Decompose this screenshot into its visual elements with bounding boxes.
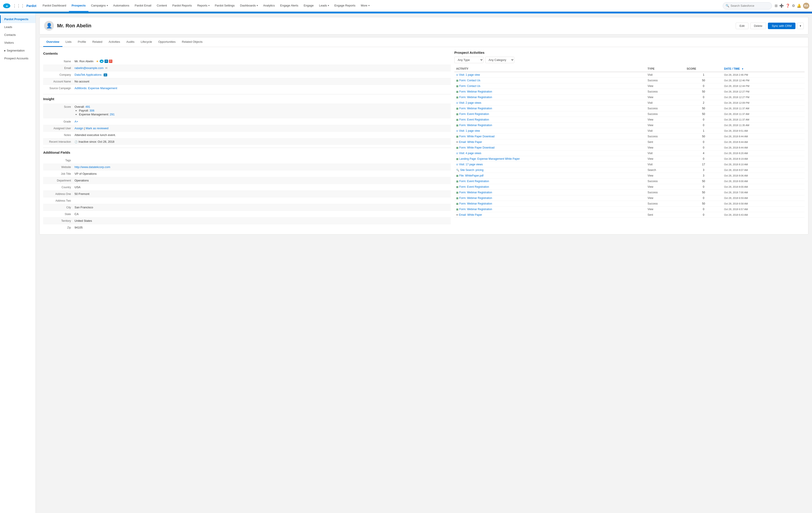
tab-related-objects[interactable]: Related Objects bbox=[179, 37, 206, 47]
nav-item-engage[interactable]: Engage bbox=[301, 0, 317, 12]
nav-item-dashboards[interactable]: Dashboards ▾ bbox=[237, 0, 261, 12]
activity-link[interactable]: Form: Event Registration bbox=[459, 118, 489, 121]
sidebar-item-visitors[interactable]: Visitors bbox=[0, 39, 36, 47]
addl-label-8: State bbox=[43, 212, 75, 216]
company-link[interactable]: DataTek Applications bbox=[75, 73, 102, 76]
addl-value-7: San Francisco bbox=[75, 206, 451, 209]
nav-item-prospects[interactable]: Prospects bbox=[69, 0, 88, 12]
sidebar-item-leads[interactable]: Leads bbox=[0, 23, 36, 31]
activity-link[interactable]: Visit: 17 page views bbox=[459, 163, 483, 166]
activity-link[interactable]: Form: Event Registration bbox=[459, 180, 489, 183]
sync-crm-dropdown[interactable]: ▾ bbox=[797, 23, 804, 29]
activity-link[interactable]: Landing Page: Expense Management White P… bbox=[459, 157, 520, 160]
activity-link[interactable]: Form: Webinar Registration bbox=[459, 124, 492, 127]
nav-item-more[interactable]: More ▾ bbox=[358, 0, 372, 12]
delete-button[interactable]: Delete bbox=[750, 23, 766, 29]
activity-row: ▦Form: Webinar RegistrationView0Oct 28, … bbox=[454, 207, 805, 212]
edit-button[interactable]: Edit bbox=[736, 23, 748, 29]
activity-link[interactable]: File: WhitePaper.pdf bbox=[459, 174, 484, 177]
activity-link[interactable]: Site Search: pricing bbox=[460, 168, 484, 171]
value-email: rabelin@example.com ✉ bbox=[75, 66, 451, 70]
company-linkedin-icon[interactable]: in bbox=[104, 74, 107, 76]
activity-link[interactable]: Form: Webinar Registration bbox=[459, 90, 492, 93]
activity-link[interactable]: Visit: 2 page views bbox=[459, 101, 481, 104]
sidebar-item-segmentation[interactable]: ▶ Segmentation bbox=[0, 47, 36, 54]
activity-link[interactable]: Email: White Paper bbox=[459, 213, 482, 216]
date-cell-7: Oct 28, 2018 11:37 AM bbox=[722, 111, 805, 117]
activity-link[interactable]: Form: Webinar Registration bbox=[459, 196, 492, 199]
activity-link[interactable]: Visit: 1 page view bbox=[459, 129, 480, 132]
col-datetime[interactable]: DATE / TIME ▼ bbox=[722, 66, 805, 72]
help-icon[interactable]: ❓ bbox=[786, 4, 790, 8]
activity-link[interactable]: Form: White Paper Download bbox=[459, 135, 494, 138]
category-filter[interactable]: Any Category bbox=[485, 57, 514, 63]
sidebar-item-prospect-accounts[interactable]: Prospect Accounts bbox=[0, 54, 36, 62]
sync-crm-button[interactable]: Sync with CRM bbox=[768, 23, 795, 29]
tab-profile[interactable]: Profile bbox=[75, 37, 89, 47]
activity-link[interactable]: Form: Webinar Registration bbox=[459, 96, 492, 99]
tab-lifecycle[interactable]: Lifecycle bbox=[138, 37, 155, 47]
nav-item-engage-reports[interactable]: Engage Reports bbox=[332, 0, 358, 12]
nav-item-pardot-settings[interactable]: Pardot Settings bbox=[212, 0, 237, 12]
campaign-link[interactable]: AdWords: Expense Management bbox=[75, 86, 117, 90]
activity-cell-20: ▦Form: Event Registration bbox=[454, 184, 646, 190]
sidebar-item-contacts[interactable]: Contacts bbox=[0, 31, 36, 39]
cloud-icon[interactable]: ☁ bbox=[99, 60, 104, 63]
tab-lists[interactable]: Lists bbox=[62, 37, 75, 47]
email-link[interactable]: rabelin@example.com bbox=[75, 66, 104, 70]
data-icon[interactable]: D bbox=[109, 60, 112, 63]
score-payroll-link[interactable]: 306 bbox=[89, 109, 94, 112]
activity-cell-16: ⊙Visit: 17 page views bbox=[454, 162, 646, 167]
activity-row: ⊙Visit: 1 page viewVisit1Oct 28, 2018 2:… bbox=[454, 72, 805, 78]
additional-field-tags: Tags bbox=[43, 157, 451, 164]
add-icon[interactable]: ➕ bbox=[779, 4, 784, 8]
tab-audits[interactable]: Audits bbox=[123, 37, 138, 47]
record-icon[interactable]: ⊞ bbox=[775, 4, 778, 8]
assign-link[interactable]: Assign bbox=[75, 127, 83, 130]
activity-link[interactable]: Visit: 4 page views bbox=[459, 152, 481, 155]
tab-opportunities[interactable]: Opportunities bbox=[155, 37, 179, 47]
salesforce-logo[interactable]: ☁ bbox=[3, 2, 11, 10]
activity-link[interactable]: Form: White Paper Download bbox=[459, 146, 494, 149]
nav-item-analytics[interactable]: Analytics bbox=[261, 0, 278, 12]
activity-link[interactable]: Form: Contact Us bbox=[459, 79, 480, 82]
activity-link[interactable]: Form: Webinar Registration bbox=[459, 208, 492, 211]
nav-item-pardot-reports[interactable]: Pardot Reports bbox=[170, 0, 195, 12]
star-icon[interactable]: ★ bbox=[96, 60, 99, 63]
activity-link[interactable]: Form: Event Registration bbox=[459, 112, 489, 115]
nav-item-pardot-email[interactable]: Pardot Email bbox=[132, 0, 154, 12]
score-cell-5: 2 bbox=[685, 100, 722, 106]
activity-link[interactable]: Visit: 1 page view bbox=[459, 73, 480, 76]
score-overall-link[interactable]: 491 bbox=[85, 105, 90, 108]
mark-reviewed-link[interactable]: Mark as reviewed bbox=[86, 127, 109, 130]
tab-overview[interactable]: Overview bbox=[43, 37, 62, 47]
activity-link[interactable]: Form: Event Registration bbox=[459, 185, 489, 188]
nav-item-campaigns[interactable]: Campaigns ▾ bbox=[88, 0, 111, 12]
app-name[interactable]: Pardot bbox=[26, 4, 36, 8]
addl-link-1[interactable]: http://www.datatekcorp.com bbox=[75, 165, 110, 169]
user-avatar[interactable]: RA bbox=[803, 3, 809, 9]
tab-activities[interactable]: Activities bbox=[106, 37, 123, 47]
nav-item-pardot-dashboard[interactable]: Pardot Dashboard bbox=[40, 0, 69, 12]
activity-link[interactable]: Email: White Paper bbox=[459, 140, 482, 143]
score-expense-link[interactable]: 291 bbox=[110, 113, 115, 116]
nav-item-content[interactable]: Content bbox=[154, 0, 170, 12]
bell-icon[interactable]: 🔔 bbox=[797, 4, 801, 8]
nav-item-leads[interactable]: Leads ▾ bbox=[317, 0, 332, 12]
tab-related[interactable]: Related bbox=[89, 37, 106, 47]
settings-icon[interactable]: ⚙ bbox=[792, 4, 795, 8]
nav-item-engage-alerts[interactable]: Engage Alerts bbox=[278, 0, 301, 12]
linkedin-icon[interactable]: in bbox=[105, 60, 108, 63]
nav-item-automations[interactable]: Automations bbox=[111, 0, 132, 12]
type-filter[interactable]: Any Type bbox=[454, 57, 484, 63]
activity-link[interactable]: Form: Webinar Registration bbox=[459, 191, 492, 194]
search-input[interactable] bbox=[730, 4, 766, 7]
value-campaign: AdWords: Expense Management bbox=[75, 86, 451, 90]
activity-link[interactable]: Form: Contact Us bbox=[459, 84, 480, 88]
activity-link[interactable]: Form: Webinar Registration bbox=[459, 202, 492, 205]
sidebar-item-pardot-prospects[interactable]: Pardot Prospects bbox=[0, 15, 36, 23]
app-launcher-icon[interactable]: ⋮⋮⋮ bbox=[12, 3, 25, 8]
nav-item-reports[interactable]: Reports ▾ bbox=[195, 0, 212, 12]
activity-link[interactable]: Form: Webinar Registration bbox=[459, 107, 492, 110]
grade-link[interactable]: A+ bbox=[75, 120, 78, 123]
